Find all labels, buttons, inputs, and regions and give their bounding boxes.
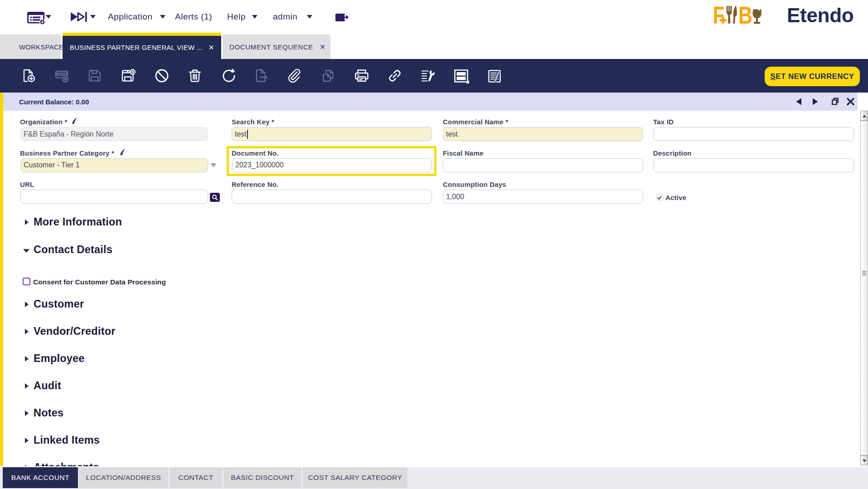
svg-text:B: B <box>738 2 752 27</box>
